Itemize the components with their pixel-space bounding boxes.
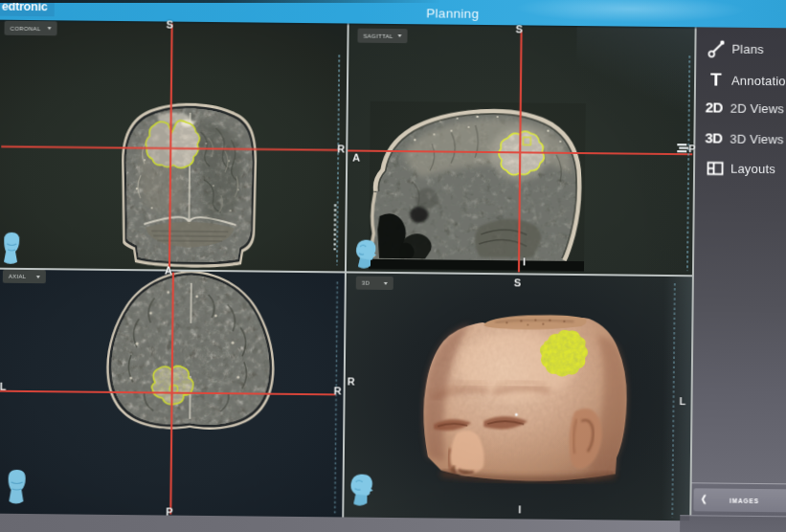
svg-text:3D: 3D (705, 129, 723, 145)
svg-text:2D: 2D (705, 99, 723, 115)
svg-text:T: T (709, 69, 721, 89)
